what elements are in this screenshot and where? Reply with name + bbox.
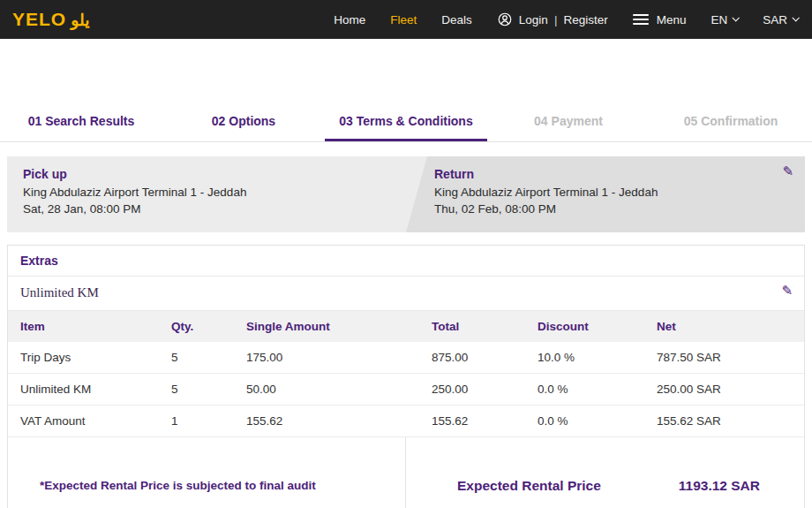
nav-deals[interactable]: Deals [441, 13, 472, 27]
user-icon [497, 11, 513, 27]
expected-price-label: Expected Rental Price [457, 478, 601, 494]
col-net: Net [657, 311, 804, 342]
audit-note-panel: *Expected Rental Price is subjected to f… [8, 437, 406, 508]
cell-single-amount: 155.62 [246, 406, 432, 437]
trip-summary: Pick up King Abdulaziz Airport Terminal … [7, 156, 805, 232]
cell-item: Trip Days [8, 342, 171, 374]
expected-price-panel: Expected Rental Price 1193.12 SAR [406, 437, 804, 508]
yelo-logo[interactable]: YELO يلو [12, 9, 90, 30]
cell-qty: 5 [171, 374, 246, 406]
currency-label: SAR [763, 13, 787, 27]
table-row: Unlimited KM 5 50.00 250.00 0.0 % 250.00… [8, 374, 804, 406]
language-label: EN [710, 13, 727, 27]
edit-trip-icon[interactable]: ✎ [782, 164, 793, 178]
col-total: Total [432, 311, 538, 342]
step-search-results[interactable]: 01 Search Results [0, 104, 162, 141]
step-payment[interactable]: 04 Payment [487, 104, 650, 141]
edit-extras-icon[interactable]: ✎ [781, 284, 793, 298]
step-options[interactable]: 02 Options [162, 104, 325, 141]
cell-qty: 1 [171, 406, 246, 437]
nav-fleet[interactable]: Fleet [390, 13, 417, 27]
step-confirmation[interactable]: 05 Confirmation [650, 104, 812, 141]
col-item: Item [8, 311, 171, 342]
booking-steps: 01 Search Results 02 Options 03 Terms & … [0, 104, 812, 142]
nav-group: Home Fleet Deals Login | Register Menu E… [334, 11, 798, 27]
return-panel: Return King Abdulaziz Airport Terminal 1… [406, 156, 805, 232]
cell-total: 875.00 [432, 342, 538, 374]
cell-net: 250.00 SAR [657, 374, 804, 406]
currency-selector[interactable]: SAR [763, 13, 798, 27]
table-row: Trip Days 5 175.00 875.00 10.0 % 787.50 … [8, 342, 804, 374]
expected-price-value: 1193.12 SAR [679, 478, 760, 494]
col-single-amount: Single Amount [246, 311, 432, 342]
table-header-row: Item Qty. Single Amount Total Discount N… [8, 311, 804, 342]
register-link[interactable]: Register [563, 13, 607, 27]
login-link[interactable]: Login [519, 13, 548, 27]
pickup-title: Pick up [23, 167, 390, 181]
menu-label: Menu [657, 13, 687, 27]
pickup-datetime: Sat, 28 Jan, 08:00 PM [23, 202, 390, 216]
cell-net: 787.50 SAR [657, 342, 804, 374]
top-navbar: YELO يلو Home Fleet Deals Login | Regist… [0, 0, 812, 39]
cell-discount: 0.0 % [538, 406, 657, 437]
language-selector[interactable]: EN [710, 13, 738, 27]
col-discount: Discount [538, 311, 657, 342]
cell-net: 155.62 SAR [657, 406, 804, 437]
audit-note: *Expected Rental Price is subjected to f… [40, 479, 316, 492]
extras-selected-row: Unlimited KM ✎ [8, 277, 804, 311]
login-register-divider: | [554, 13, 558, 27]
cell-discount: 10.0 % [538, 342, 657, 374]
totals-section: *Expected Rental Price is subjected to f… [8, 437, 804, 508]
cell-total: 155.62 [432, 406, 538, 437]
cell-item: VAT Amount [8, 406, 171, 437]
cell-qty: 5 [171, 342, 246, 374]
hamburger-icon [633, 14, 649, 25]
pricing-table: Item Qty. Single Amount Total Discount N… [8, 311, 804, 437]
return-datetime: Thu, 02 Feb, 08:00 PM [434, 202, 789, 216]
extras-selected-label: Unlimited KM [20, 285, 99, 299]
pricing-section: Extras Unlimited KM ✎ Item Qty. Single A… [7, 245, 805, 508]
login-register[interactable]: Login | Register [497, 11, 608, 27]
extras-title: Extras [8, 246, 804, 277]
logo-latin: YELO [12, 9, 66, 30]
pickup-panel: Pick up King Abdulaziz Airport Terminal … [7, 156, 406, 232]
logo-arabic: يلو [71, 10, 89, 30]
table-row: VAT Amount 1 155.62 155.62 0.0 % 155.62 … [8, 406, 804, 437]
cell-total: 250.00 [432, 374, 538, 406]
nav-home[interactable]: Home [334, 13, 365, 27]
cell-discount: 0.0 % [538, 374, 657, 406]
chevron-down-icon [733, 14, 740, 21]
col-qty: Qty. [171, 311, 246, 342]
return-location: King Abdulaziz Airport Terminal 1 - Jedd… [434, 186, 789, 199]
cell-single-amount: 50.00 [246, 374, 432, 406]
menu-button[interactable]: Menu [633, 13, 687, 27]
cell-item: Unlimited KM [8, 374, 171, 406]
cell-single-amount: 175.00 [246, 342, 432, 374]
chevron-down-icon [792, 14, 799, 21]
return-title: Return [434, 167, 789, 181]
step-terms-conditions[interactable]: 03 Terms & Conditions [325, 104, 487, 141]
pickup-location: King Abdulaziz Airport Terminal 1 - Jedd… [23, 186, 390, 199]
